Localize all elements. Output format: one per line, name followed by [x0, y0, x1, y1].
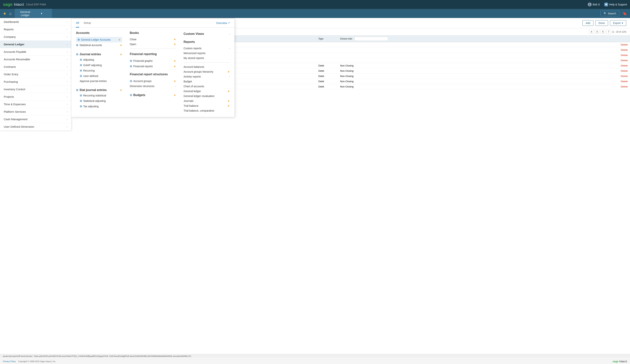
overview-link[interactable]: Overview ↗	[216, 21, 230, 24]
star-icon[interactable]: ★	[228, 70, 230, 73]
menu-item-close[interactable]: Close ★	[130, 37, 176, 42]
menu-item-account-groups-hierarchy[interactable]: Account groups hierarchy ★	[184, 69, 230, 74]
sidebar-item-cash-management[interactable]: Cash Management ›	[0, 116, 71, 123]
menu-item-gl-revaluation[interactable]: General ledger revaluation	[184, 94, 230, 98]
col-header-closes: Closes into	[340, 37, 614, 41]
search-button[interactable]: 🔍 Search	[600, 11, 619, 16]
menu-item-budgets[interactable]: ⊕ Budgets ★	[130, 92, 176, 98]
sidebar-item-general-ledger[interactable]: General Ledger ›	[0, 41, 71, 48]
sidebar-chevron-icon: ›	[67, 80, 68, 83]
menu-item-gl-accounts[interactable]: ⊕ General Ledger Accounts ★	[76, 37, 122, 42]
star-icon[interactable]: ★	[228, 99, 230, 102]
accounts-section-title: Accounts	[76, 31, 122, 35]
page-6-btn[interactable]: 6	[600, 30, 605, 34]
menu-item-open[interactable]: Open ★	[130, 42, 176, 47]
delete-link[interactable]: Delete	[620, 54, 628, 56]
menu-item-financial-graphs[interactable]: ⊕ Financial graphs ★	[130, 58, 176, 63]
closes-search-input[interactable]	[354, 37, 388, 41]
sidebar-item-company[interactable]: Company ›	[0, 33, 71, 41]
export-button[interactable]: Export ▾	[610, 20, 626, 26]
star-icon[interactable]: ★	[120, 89, 122, 92]
user-menu[interactable]: 👤 Bob S	[588, 2, 600, 6]
delete-link[interactable]: Delete	[620, 48, 628, 51]
sidebar-item-contracts[interactable]: Contracts ›	[0, 63, 71, 71]
sidebar-item-projects[interactable]: Projects ›	[0, 93, 71, 101]
menu-item-statistical-accounts[interactable]: ⊕ Statistical accounts ★	[76, 42, 122, 48]
menu-item-recurring-statistical[interactable]: ⊕ Recurring statistical	[76, 93, 122, 98]
menu-item-trial-balance[interactable]: Trial balance ★	[184, 103, 230, 108]
menu-item-chart-of-accounts[interactable]: Chart of accounts	[184, 84, 230, 89]
plus-icon: ⊕	[130, 64, 132, 68]
star-icon[interactable]: ★	[174, 80, 176, 83]
star-icon[interactable]: ★	[120, 44, 122, 47]
sidebar-item-order-entry[interactable]: Order Entry ›	[0, 71, 71, 78]
star-icon[interactable]: ★	[118, 38, 121, 41]
star-icon[interactable]: ★	[120, 53, 122, 56]
menu-item-gaap[interactable]: ⊕ GAAP adjusting	[76, 62, 122, 68]
page-5-btn[interactable]: 5	[595, 30, 600, 34]
delete-link[interactable]: Delete	[620, 59, 628, 62]
sidebar-item-platform-services[interactable]: Platform Services ›	[0, 108, 71, 116]
plus-icon: ⊕	[130, 59, 132, 62]
star-icon[interactable]: ★	[228, 104, 230, 107]
menu-item-custom-reports[interactable]: Custom reports ›	[184, 46, 230, 51]
delete-link[interactable]: Delete	[620, 80, 628, 83]
plus-icon: ⊕	[80, 99, 82, 103]
menu-item-dimension-structures[interactable]: Dimension structures ›	[130, 84, 176, 89]
star-icon[interactable]: ★	[174, 65, 176, 68]
sidebar-item-purchasing[interactable]: Purchasing ›	[0, 78, 71, 86]
menu-item-user-defined[interactable]: ⊕ User-defined	[76, 73, 122, 79]
help-support[interactable]: 💬 Help & Support	[604, 2, 627, 6]
star-icon[interactable]: ★	[174, 94, 176, 97]
favorites-star-icon[interactable]: ★	[3, 11, 6, 16]
sidebar-item-user-defined[interactable]: User Defined Dimension ›	[0, 123, 71, 131]
menu-item-budget[interactable]: Budget	[184, 79, 230, 84]
done-button[interactable]: Done	[595, 20, 608, 26]
privacy-policy-link[interactable]: Privacy Policy	[3, 360, 16, 362]
menu-item-financial-reports[interactable]: ⊕ Financial reports ★	[130, 63, 176, 69]
menu-item-memorized-reports[interactable]: Memorized reports	[184, 51, 230, 56]
journal-entries-title: Journal entries	[80, 53, 101, 56]
menu-item-approve[interactable]: Approve journal entries	[76, 79, 122, 83]
tab-setup[interactable]: Setup	[84, 18, 91, 27]
home-icon[interactable]: ⌂	[10, 11, 12, 16]
sidebar-item-inventory-control[interactable]: Inventory Control ›	[0, 86, 71, 93]
menu-item-account-balances[interactable]: Account balances	[184, 64, 230, 69]
menu-item-recurring[interactable]: ⊕ Recurring	[76, 68, 122, 73]
page-4-btn[interactable]: 4	[589, 30, 594, 34]
menu-item-account-groups[interactable]: ⊕ Account groups ★	[130, 78, 176, 84]
tab-all[interactable]: All	[76, 18, 79, 27]
page-7-btn[interactable]: 7	[606, 30, 611, 34]
delete-link[interactable]: Delete	[620, 69, 628, 72]
menu-item-activity-reports[interactable]: Activity reports ›	[184, 74, 230, 79]
menu-item-tax-adjusting[interactable]: ⊕ Tax adjusting	[76, 104, 122, 109]
menu-item-general-ledger[interactable]: General ledger ★	[184, 89, 230, 94]
menu-item-my-stored-reports[interactable]: My stored reports	[184, 56, 230, 60]
sidebar-item-accounts-receivable[interactable]: Accounts Receivable ›	[0, 56, 71, 63]
sidebar-item-label: Order Entry	[4, 73, 67, 76]
module-selector[interactable]: General Ledger ▾	[14, 9, 52, 18]
star-icon[interactable]: ★	[174, 43, 176, 46]
delete-link[interactable]: Delete	[620, 43, 628, 46]
bookmark-icon[interactable]: 🔖	[622, 11, 627, 16]
menu-item-trial-balance-comparative[interactable]: Trial balance, comparative	[184, 108, 230, 113]
sidebar-item-dashboards[interactable]: Dashboards ›	[0, 18, 71, 26]
menu-item-adjusting[interactable]: ⊕ Adjusting	[76, 57, 122, 62]
secondary-nav: ★ ⌂ General Ledger ▾ 🔍 Search 🔖	[0, 9, 630, 18]
sidebar-item-accounts-payable[interactable]: Accounts Payable ›	[0, 48, 71, 56]
delete-link[interactable]: Delete	[620, 75, 628, 77]
menu-item-custom-views[interactable]: Custom Views ›	[184, 31, 230, 36]
star-icon[interactable]: ★	[228, 90, 230, 93]
sidebar-item-time-expenses[interactable]: Time & Expenses ›	[0, 101, 71, 108]
overview-label: Overview	[216, 21, 227, 24]
delete-link[interactable]: Delete	[620, 64, 628, 67]
sidebar-item-reports[interactable]: Reports ›	[0, 26, 71, 33]
star-icon[interactable]: ★	[174, 59, 176, 62]
add-button[interactable]: Add	[582, 20, 594, 26]
journal-entries-title-item[interactable]: ⊕ Journal entries ★	[76, 51, 122, 57]
star-icon[interactable]: ★	[174, 38, 176, 41]
delete-link[interactable]: Delete	[620, 85, 628, 88]
menu-item-journals[interactable]: Journals ★	[184, 98, 230, 103]
stat-journal-title-item[interactable]: ⊕ Stat journal entries ★	[76, 87, 122, 93]
menu-item-statistical-adjusting[interactable]: ⊕ Statistical adjusting	[76, 98, 122, 104]
